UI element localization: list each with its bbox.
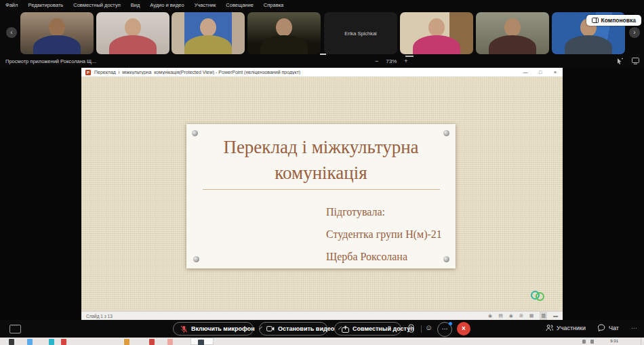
- window-controls: — □ ×: [518, 68, 563, 77]
- toolbar-right-group: Участники Чат ⋯: [546, 324, 637, 331]
- participant-video: [96, 12, 169, 54]
- slide-title-line2: комунікація: [186, 160, 456, 186]
- menu-item-participant[interactable]: Участник: [195, 2, 216, 8]
- unmute-mic-label: Включить микрофон: [191, 325, 255, 332]
- screw-icon: [443, 130, 449, 136]
- participant-video-tile[interactable]: [476, 12, 549, 54]
- byline-line2: Щерба Роксолана: [326, 245, 442, 268]
- participants-button[interactable]: Участники: [546, 324, 586, 331]
- participant-video: [20, 12, 94, 54]
- reading-view-icon[interactable]: ▥: [540, 312, 547, 320]
- slide-title: Переклад і міжкультурна комунікація: [186, 134, 456, 186]
- powerpoint-window: P Переклад_і_міжкультурна_комунікація(Pr…: [81, 68, 563, 320]
- minimize-button[interactable]: —: [518, 68, 533, 77]
- title-underline: [203, 189, 440, 190]
- participant-video-tile[interactable]: [96, 12, 169, 54]
- taskbar-app-icon[interactable]: [27, 339, 33, 345]
- share-screen-label: Совместный доступ: [353, 325, 414, 332]
- normal-view-icon[interactable]: ⊞: [519, 312, 523, 320]
- taskbar-app-icon[interactable]: [124, 339, 129, 345]
- notes-icon[interactable]: ◉: [488, 312, 492, 320]
- close-button[interactable]: ×: [548, 68, 563, 77]
- scroll-right-button[interactable]: ›: [629, 27, 640, 38]
- taskbar-app-icon[interactable]: [49, 339, 54, 345]
- participant-video-tile[interactable]: [400, 12, 473, 54]
- menu-item-share[interactable]: Совместный доступ: [73, 2, 120, 8]
- more-options-button[interactable]: ⋯: [437, 322, 452, 337]
- layout-button[interactable]: Компоновка: [586, 15, 641, 26]
- participants-label: Участники: [557, 325, 586, 331]
- green-rings-watermark: [531, 291, 544, 301]
- reactions-icon[interactable]: ☺: [425, 323, 432, 331]
- zoom-controls: − 73% +: [375, 58, 408, 64]
- meeting-app-window: Файл Редактировать Совместный доступ Вид…: [0, 0, 644, 345]
- display-settings-icon[interactable]: ◉: [509, 312, 513, 320]
- camera-icon: [266, 325, 275, 332]
- slide-title-card: Переклад і міжкультурна комунікація Підг…: [186, 124, 456, 268]
- tray-icon[interactable]: [590, 340, 594, 344]
- video-strip: ‹ Erika Spichkai › Компоновка: [0, 9, 644, 56]
- slide-counter: Слайд 1 з 13: [86, 314, 113, 319]
- annotate-pointer-icon[interactable]: [616, 58, 623, 65]
- taskbar-active-app-button[interactable]: [190, 338, 214, 345]
- taskbar-clock[interactable]: 9:31: [610, 339, 618, 343]
- show-desktop-button[interactable]: [641, 338, 644, 345]
- participant-video: [247, 12, 321, 54]
- menu-bar: Файл Редактировать Совместный доступ Вид…: [0, 0, 644, 9]
- participant-video: [172, 12, 245, 54]
- participant-video-tile[interactable]: [247, 12, 321, 54]
- menu-item-file[interactable]: Файл: [5, 2, 18, 8]
- comments-icon[interactable]: ▤: [498, 312, 503, 320]
- monitor-icon[interactable]: [632, 58, 639, 65]
- powerpoint-window-title: Переклад_і_міжкультурна_комунікація(Prot…: [94, 70, 300, 75]
- menu-item-view[interactable]: Вид: [131, 2, 140, 8]
- shared-view-title: Просмотр приложений Роксолана Щ...: [5, 58, 96, 64]
- screw-icon: [193, 256, 199, 262]
- menu-item-audio-video[interactable]: Аудио и видео: [150, 2, 184, 8]
- leave-meeting-button[interactable]: ×: [457, 322, 470, 336]
- unmute-mic-button[interactable]: Включить микрофон: [173, 322, 254, 336]
- slide-title-line1: Переклад і міжкультурна: [186, 134, 456, 160]
- maximize-button[interactable]: □: [533, 68, 548, 77]
- menu-item-edit[interactable]: Редактировать: [28, 2, 63, 8]
- chat-label: Чат: [609, 325, 619, 331]
- share-screen-button[interactable]: Совместный доступ: [334, 322, 401, 336]
- recorder-icon[interactable]: [408, 324, 414, 333]
- byline-line1: Студентка групи Н(м)-21: [326, 223, 442, 245]
- slideshow-view-icon[interactable]: ▬: [553, 312, 558, 320]
- chat-bubble-icon: [598, 324, 605, 331]
- screw-icon: [192, 130, 198, 136]
- zoom-out-button[interactable]: −: [375, 58, 378, 64]
- taskbar-app-icon[interactable]: [167, 339, 173, 345]
- meeting-toolbar: Включить микрофон Остановить видео Совме…: [0, 320, 644, 338]
- menu-item-help[interactable]: Справка: [264, 2, 283, 8]
- mic-muted-icon: [180, 325, 188, 333]
- layout-grid-icon: [592, 18, 599, 23]
- zoom-level: 73%: [386, 58, 397, 64]
- menu-item-meeting[interactable]: Совещание: [226, 2, 254, 8]
- zoom-in-button[interactable]: +: [404, 58, 407, 64]
- powerpoint-title-bar: P Переклад_і_міжкультурна_комунікація(Pr…: [81, 68, 563, 77]
- share-screen-icon: [342, 325, 349, 333]
- tray-icon[interactable]: [582, 340, 586, 344]
- captions-icon[interactable]: [9, 325, 21, 333]
- slide-sorter-view-icon[interactable]: ▦: [529, 312, 534, 320]
- participant-video-tile[interactable]: Erika Spichkai: [324, 12, 397, 54]
- participants-icon: [546, 324, 553, 331]
- taskbar-app-icon[interactable]: [61, 339, 66, 345]
- participant-video-tile[interactable]: [20, 12, 94, 54]
- taskbar-app-icon[interactable]: [149, 339, 155, 345]
- toolbar-overflow-button[interactable]: ⋯: [631, 325, 637, 331]
- layout-button-label: Компоновка: [601, 17, 636, 24]
- scroll-left-button[interactable]: ‹: [6, 27, 17, 38]
- zoom-indicator-mark: [405, 56, 414, 57]
- chat-button[interactable]: Чат: [598, 324, 619, 331]
- start-button-icon[interactable]: [9, 339, 14, 345]
- participant-video-tile[interactable]: [172, 12, 245, 54]
- powerpoint-app-icon: P: [85, 70, 91, 75]
- powerpoint-status-bar: Слайд 1 з 13 ◉ ▤ ◉ ⊞ ▦ ▥ ▬: [81, 311, 563, 320]
- shared-view-bar: Просмотр приложений Роксолана Щ... − 73%…: [0, 56, 644, 68]
- slide-byline: Підготувала: Студентка групи Н(м)-21 Щер…: [326, 201, 442, 268]
- stop-video-button[interactable]: Остановить видео: [259, 322, 327, 336]
- participant-name-label: Erika Spichkai: [344, 31, 377, 37]
